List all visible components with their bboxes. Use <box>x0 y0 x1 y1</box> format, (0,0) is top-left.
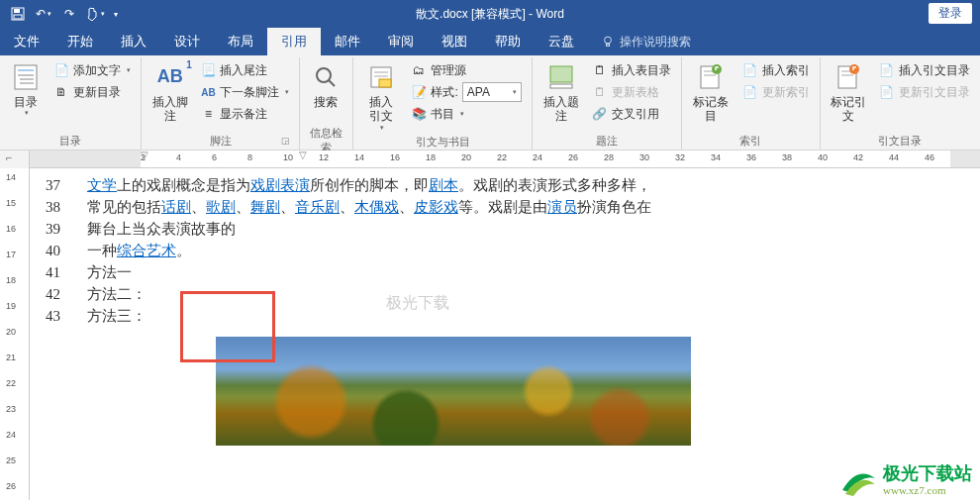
hyperlink[interactable]: 文学 <box>87 177 117 193</box>
login-button[interactable]: 登录 <box>929 3 972 24</box>
svg-line-11 <box>329 80 335 86</box>
line-content[interactable]: 舞台上当众表演故事的 <box>87 218 972 240</box>
ruler-h-tick: 12 <box>319 152 329 162</box>
qat-customize-button[interactable]: ▾ <box>109 2 123 26</box>
tab-file[interactable]: 文件 <box>0 28 53 55</box>
line-content[interactable]: 方法三： <box>87 305 972 327</box>
insert-footnote-button[interactable]: AB1 插入脚注 <box>147 59 192 126</box>
save-button[interactable] <box>6 2 30 26</box>
hyperlink[interactable]: 戏剧表演 <box>250 177 310 193</box>
show-notes-button[interactable]: ≡显示备注 <box>196 103 293 125</box>
ruler-h-tick: 18 <box>426 152 436 162</box>
group-toc: 目录▾ 📄添加文字▾ 🗎更新目录 目录 <box>0 57 142 150</box>
bibliography-button[interactable]: 📚书目▾ <box>407 103 525 125</box>
research-button[interactable]: 搜索搜索 <box>306 59 345 126</box>
ruler-vertical[interactable]: 14151617181920212223242526 <box>0 168 30 500</box>
tab-insert[interactable]: 插入 <box>107 28 160 55</box>
tab-home[interactable]: 开始 <box>53 28 107 55</box>
hyperlink[interactable]: 剧本 <box>429 177 458 193</box>
doc-line[interactable]: 42方法二： <box>38 283 972 305</box>
hyperlink[interactable]: 音乐剧 <box>295 199 340 215</box>
window-title: 散文.docx [兼容模式] - Word <box>0 6 980 23</box>
redo-button[interactable]: ↷ <box>57 2 81 26</box>
ruler-v-tick: 19 <box>6 301 16 311</box>
svg-point-25 <box>849 64 859 74</box>
group-footnote: AB1 插入脚注 📃插入尾注 AB下一条脚注▾ ≡显示备注 脚注◲ <box>142 57 300 150</box>
manage-sources-button[interactable]: 🗂管理源 <box>407 59 525 81</box>
cross-reference-button[interactable]: 🔗交叉引用 <box>588 103 675 125</box>
tab-mailings[interactable]: 邮件 <box>321 28 374 55</box>
insert-endnote-button[interactable]: 📃插入尾注 <box>196 59 293 81</box>
show-notes-icon: ≡ <box>200 106 216 122</box>
ruler-h-tick: 28 <box>604 152 614 162</box>
mark-citation-icon <box>833 61 864 93</box>
mark-entry-button[interactable]: 标记条目 <box>688 59 735 126</box>
tab-help[interactable]: 帮助 <box>481 28 535 55</box>
ruler-h-tick: 16 <box>390 152 400 162</box>
doc-line[interactable]: 43方法三： <box>38 305 972 327</box>
insert-tof-button[interactable]: 🗒插入表目录 <box>588 59 675 81</box>
mark-citation-button[interactable]: 标记引文 <box>827 59 871 126</box>
insert-caption-button[interactable]: 插入题注 <box>539 59 584 126</box>
line-content[interactable]: 常见的包括话剧、歌剧、舞剧、音乐剧、木偶戏、皮影戏等。戏剧是由演员扮演角色在 <box>87 196 972 218</box>
tab-review[interactable]: 审阅 <box>374 28 428 55</box>
touch-mode-button[interactable]: ▾ <box>83 2 107 26</box>
hyperlink[interactable]: 皮影戏 <box>414 199 458 215</box>
svg-rect-1 <box>14 9 20 13</box>
line-content[interactable]: 方法二： <box>87 283 972 305</box>
update-toa-icon: 📄 <box>879 84 895 100</box>
svg-point-3 <box>605 37 612 44</box>
hyperlink[interactable]: 木偶戏 <box>354 199 399 215</box>
tab-references[interactable]: 引用 <box>267 28 321 55</box>
add-text-button[interactable]: 📄添加文字▾ <box>49 59 135 81</box>
text-run: 上的戏剧概念是指为 <box>117 177 250 193</box>
ruler-h-tick: 24 <box>533 152 542 162</box>
tab-view[interactable]: 视图 <box>428 28 481 55</box>
hyperlink[interactable]: 舞剧 <box>250 199 280 215</box>
line-number: 39 <box>38 218 87 240</box>
svg-rect-5 <box>15 65 37 89</box>
group-toa: 标记引文 📄插入引文目录 📄更新引文目录 引文目录 <box>821 57 980 150</box>
line-content[interactable]: 文学上的戏剧概念是指为戏剧表演所创作的脚本，即剧本。戏剧的表演形式多种多样， <box>87 174 972 196</box>
hyperlink[interactable]: 话剧 <box>161 199 191 215</box>
group-label-footnote: 脚注◲ <box>147 132 293 150</box>
footnote-launcher[interactable]: ◲ <box>279 136 291 148</box>
doc-line[interactable]: 38常见的包括话剧、歌剧、舞剧、音乐剧、木偶戏、皮影戏等。戏剧是由演员扮演角色在 <box>38 196 972 218</box>
hyperlink[interactable]: 演员 <box>547 199 577 215</box>
style-icon: 📝 <box>411 84 427 100</box>
hyperlink[interactable]: 歌剧 <box>206 199 236 215</box>
ruler-h-tick: 38 <box>782 152 792 162</box>
inline-image[interactable] <box>216 337 691 446</box>
line-content[interactable]: 一种综合艺术。 <box>87 240 972 261</box>
next-footnote-button[interactable]: AB下一条脚注▾ <box>196 81 293 103</box>
line-content[interactable]: 方法一 <box>87 261 972 283</box>
tell-me-search[interactable]: 操作说明搜索 <box>588 28 705 55</box>
doc-line[interactable]: 37文学上的戏剧概念是指为戏剧表演所创作的脚本，即剧本。戏剧的表演形式多种多样， <box>38 174 972 196</box>
tab-design[interactable]: 设计 <box>160 28 214 55</box>
page[interactable]: 37文学上的戏剧概念是指为戏剧表演所创作的脚本，即剧本。戏剧的表演形式多种多样，… <box>30 168 980 500</box>
ruler-horizontal[interactable]: 2468101214161820222426283032343638404244… <box>30 151 980 168</box>
style-combo[interactable]: APA▾ <box>462 82 522 102</box>
logo-icon <box>837 460 877 500</box>
ruler-h-tick: 46 <box>925 152 934 162</box>
toc-button[interactable]: 目录▾ <box>6 59 46 120</box>
line-number: 37 <box>38 174 87 196</box>
insert-index-button[interactable]: 📄插入索引 <box>738 59 814 81</box>
text-run: 、 <box>280 199 295 215</box>
tab-cloud[interactable]: 云盘 <box>535 28 588 55</box>
doc-line[interactable]: 40一种综合艺术。 <box>38 240 972 261</box>
update-toc-button[interactable]: 🗎更新目录 <box>49 81 135 103</box>
ruler-v-tick: 14 <box>6 172 16 182</box>
insert-citation-button[interactable]: 插入引文▾ <box>359 59 403 134</box>
text-run: 所创作的脚本，即 <box>310 177 429 193</box>
update-tof-button: 🗒更新表格 <box>588 81 675 103</box>
ruler-h-tick: 36 <box>746 152 756 162</box>
tab-selector[interactable]: ⌐ <box>6 151 24 169</box>
doc-line[interactable]: 39舞台上当众表演故事的 <box>38 218 972 240</box>
tab-layout[interactable]: 布局 <box>214 28 267 55</box>
undo-button[interactable]: ↶▾ <box>32 2 55 26</box>
hyperlink[interactable]: 综合艺术 <box>117 243 176 258</box>
insert-toa-button[interactable]: 📄插入引文目录 <box>875 59 974 81</box>
doc-line[interactable]: 41方法一 <box>38 261 972 283</box>
group-citations: 插入引文▾ 🗂管理源 📝 样式: APA▾ 📚书目▾ 引文与书目 <box>353 57 532 150</box>
